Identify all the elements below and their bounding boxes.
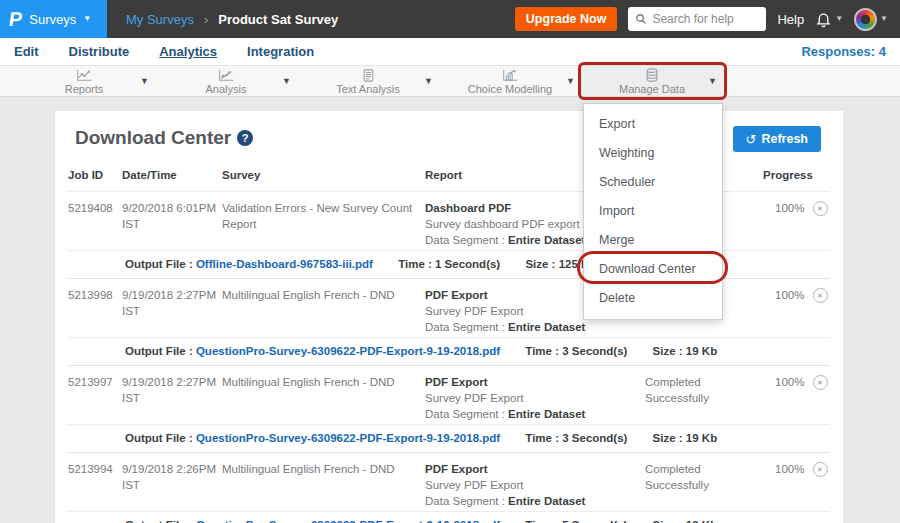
job-survey-name: Multilingual English French - DND	[222, 461, 425, 509]
job-time: Time : 3 Second(s)	[525, 432, 627, 444]
table-row: 5213994 9/19/2018 2:26PM IST Multilingua…	[68, 453, 830, 523]
table-row: 5213997 9/19/2018 2:27PM IST Multilingua…	[68, 366, 830, 453]
tab-distribute[interactable]: Distribute	[69, 44, 130, 59]
chevron-down-icon[interactable]: ▼	[566, 76, 575, 86]
chevron-down-icon[interactable]: ▼	[708, 76, 717, 86]
avatar	[854, 8, 877, 31]
refresh-label: Refresh	[761, 132, 808, 146]
header-date-time: Date/Time	[122, 167, 222, 183]
breadcrumb-my-surveys[interactable]: My Surveys	[126, 12, 194, 27]
chevron-down-icon[interactable]: ▼	[140, 76, 149, 86]
toolbar-text-analysis[interactable]: Text Analysis ▼	[297, 66, 439, 96]
refresh-button[interactable]: ↺ Refresh	[733, 126, 821, 152]
cancel-job-icon[interactable]: ✕	[813, 288, 828, 303]
download-center-panel: Download Center? ↺ Refresh Job ID Date/T…	[55, 111, 843, 523]
notifications-button[interactable]: ▼	[815, 11, 843, 28]
search-input[interactable]	[652, 12, 759, 26]
job-status: Completed Successfully	[645, 374, 755, 422]
job-id: 5219408	[68, 200, 122, 248]
job-progress: 100%	[755, 461, 810, 509]
job-date-time: 9/19/2018 2:26PM IST	[122, 461, 222, 509]
breadcrumb-separator: ›	[204, 12, 208, 27]
job-progress: 100%	[755, 200, 810, 248]
header-job-id: Job ID	[68, 167, 122, 183]
toolbar-label: Analysis	[206, 83, 247, 95]
job-progress: 100%	[755, 287, 810, 335]
menu-item-merge[interactable]: Merge	[584, 226, 722, 255]
header-survey: Survey	[222, 167, 425, 183]
job-time: Time : 1 Second(s)	[398, 258, 500, 270]
output-file-label: Output File :	[125, 432, 193, 444]
refresh-icon: ↺	[746, 133, 757, 146]
menu-item-delete[interactable]: Delete	[584, 284, 722, 313]
output-file-label: Output File :	[125, 345, 193, 357]
search-icon	[635, 13, 647, 25]
cancel-job-icon[interactable]: ✕	[813, 375, 828, 390]
menu-item-download-center[interactable]: Download Center	[584, 255, 722, 284]
bar-chart-icon	[502, 69, 519, 82]
job-size: Size : 19 Kb	[653, 519, 718, 523]
report-data-segment: Data Segment : Entire Dataset	[425, 406, 631, 422]
toolbar-label: Choice Modelling	[468, 83, 552, 95]
output-file-label: Output File :	[125, 258, 193, 270]
text-document-icon	[362, 69, 375, 82]
menu-item-export[interactable]: Export	[584, 110, 722, 139]
report-data-segment: Data Segment : Entire Dataset	[425, 319, 631, 335]
tab-analytics[interactable]: Analytics	[159, 44, 217, 59]
account-menu[interactable]: ▼	[854, 8, 888, 31]
upgrade-now-button[interactable]: Upgrade Now	[515, 7, 618, 31]
output-file-link[interactable]: QuestionPro-Survey-6309622-PDF-Export-9-…	[196, 345, 500, 357]
toolbar-label: Reports	[65, 83, 104, 95]
toolbar-reports[interactable]: Reports ▼	[13, 66, 155, 96]
chevron-down-icon[interactable]: ▼	[424, 76, 433, 86]
output-file-row: Output File : QuestionPro-Survey-6309622…	[68, 424, 830, 452]
output-file-link[interactable]: QuestionPro-Survey-6309622-PDF-Export-9-…	[196, 432, 500, 444]
scatter-plot-icon	[218, 69, 235, 82]
help-search-box[interactable]	[628, 7, 766, 31]
report-name: PDF Export	[425, 461, 631, 477]
job-date-time: 9/19/2018 2:27PM IST	[122, 287, 222, 335]
cancel-job-icon[interactable]: ✕	[813, 201, 828, 216]
responses-count[interactable]: Responses: 4	[801, 44, 886, 59]
download-jobs-table: Job ID Date/Time Survey Report Progress …	[55, 161, 843, 523]
cancel-job-icon[interactable]: ✕	[813, 462, 828, 477]
output-file-link[interactable]: Offline-Dashboard-967583-iii.pdf	[196, 258, 373, 270]
output-file-label: Output File :	[125, 519, 193, 523]
job-survey-name: Multilingual English French - DND	[222, 374, 425, 422]
output-file-link[interactable]: QuestionPro-Survey-6309622-PDF-Export-9-…	[196, 519, 500, 523]
chevron-down-icon[interactable]: ▼	[282, 76, 291, 86]
chevron-down-icon: ▼	[835, 15, 843, 23]
database-icon	[645, 69, 659, 82]
toolbar-analysis[interactable]: Analysis ▼	[155, 66, 297, 96]
job-survey-name: Validation Errors - New Survey Count Rep…	[222, 200, 425, 248]
job-time: Time : 3 Second(s)	[525, 345, 627, 357]
output-file-row: Output File : QuestionPro-Survey-6309622…	[68, 511, 830, 523]
toolbar-manage-data[interactable]: Manage Data ▼	[581, 66, 723, 96]
report-description: Survey PDF Export	[425, 390, 631, 406]
chevron-down-icon: ▼	[880, 15, 888, 23]
menu-item-scheduler[interactable]: Scheduler	[584, 168, 722, 197]
help-icon[interactable]: ?	[237, 130, 253, 146]
menu-item-weighting[interactable]: Weighting	[584, 139, 722, 168]
report-name: PDF Export	[425, 374, 631, 390]
toolbar-label: Text Analysis	[336, 83, 400, 95]
menu-item-import[interactable]: Import	[584, 197, 722, 226]
toolbar-label: Manage Data	[619, 83, 685, 95]
manage-data-dropdown: Export Weighting Scheduler Import Merge …	[583, 103, 723, 320]
job-progress: 100%	[755, 374, 810, 422]
job-id: 5213997	[68, 374, 122, 422]
survey-nav: Edit Distribute Analytics Integration Re…	[0, 38, 900, 66]
job-report: PDF Export Survey PDF Export Data Segmen…	[425, 461, 645, 509]
toolbar-choice-modelling[interactable]: Choice Modelling ▼	[439, 66, 581, 96]
job-date-time: 9/19/2018 2:27PM IST	[122, 374, 222, 422]
breadcrumb: My Surveys › Product Sat Survey	[126, 12, 338, 27]
top-bar: P Surveys ▼ My Surveys › Product Sat Sur…	[0, 0, 900, 38]
job-id: 5213998	[68, 287, 122, 335]
help-link[interactable]: Help	[777, 12, 804, 27]
output-file-row: Output File : QuestionPro-Survey-6309622…	[68, 337, 830, 365]
job-size: Size : 19 Kb	[653, 345, 718, 357]
tab-integration[interactable]: Integration	[247, 44, 314, 59]
bell-icon	[815, 11, 832, 28]
product-menu[interactable]: P Surveys ▼	[0, 0, 107, 38]
tab-edit[interactable]: Edit	[14, 44, 39, 59]
